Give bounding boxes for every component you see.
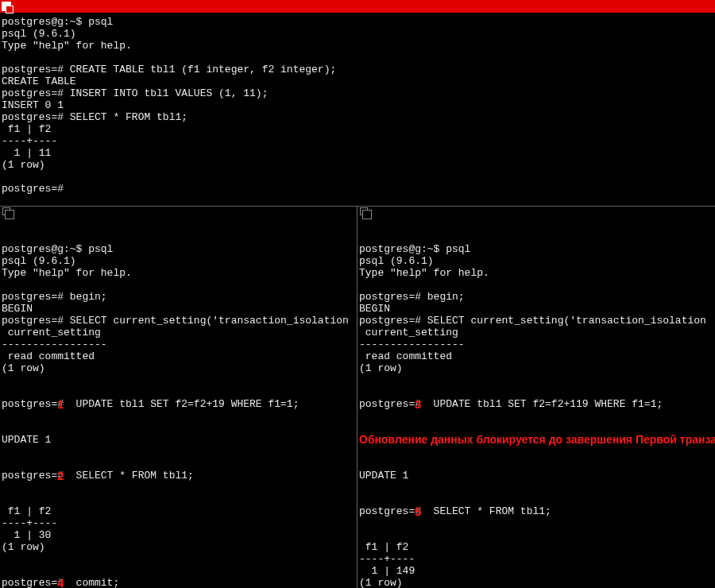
step-marker-2: 2 [57, 470, 64, 482]
sql-update-line: postgres=# UPDATE tbl1 SET f2=f2+19 WHER… [2, 398, 299, 410]
sql-select-line: postgres=# SELECT * FROM tbl1; [2, 470, 194, 482]
terminal-output-left: postgres@g:~$ psql psql (9.6.1) Type "he… [0, 216, 357, 588]
pane-tab-right[interactable] [358, 207, 715, 216]
pane-tab-left[interactable] [0, 207, 357, 216]
terminal-split-row: postgres@g:~$ psql psql (9.6.1) Type "he… [0, 207, 715, 588]
tmux-icon [2, 2, 11, 11]
output-line: UPDATE 1 [359, 470, 713, 482]
terminal-pane-right[interactable]: postgres@g:~$ psql psql (9.6.1) Type "he… [358, 207, 715, 588]
terminal-pane-left[interactable]: postgres@g:~$ psql psql (9.6.1) Type "he… [0, 207, 358, 588]
pane-tab-icon [360, 207, 368, 215]
output-line: UPDATE 1 [2, 434, 355, 446]
annotation-text: Обновление данных блокируется до заверше… [359, 434, 713, 446]
sql-select-line: postgres=# SELECT * FROM tbl1; [359, 505, 551, 517]
step-marker-3: 3 [415, 398, 421, 410]
step-marker-1: 1 [57, 398, 64, 410]
step-marker-5: 5 [415, 505, 421, 517]
pane-tab-icon [2, 207, 10, 215]
window-titlebar[interactable] [0, 0, 715, 13]
terminal-output-top: postgres@g:~$ psql psql (9.6.1) Type "he… [0, 13, 715, 196]
sql-update-line: postgres=# UPDATE tbl1 SET f2=f2+119 WHE… [359, 398, 663, 410]
terminal-output-right: postgres@g:~$ psql psql (9.6.1) Type "he… [358, 216, 715, 588]
step-marker-4: 4 [57, 577, 64, 588]
terminal-pane-top[interactable]: postgres@g:~$ psql psql (9.6.1) Type "he… [0, 13, 715, 207]
